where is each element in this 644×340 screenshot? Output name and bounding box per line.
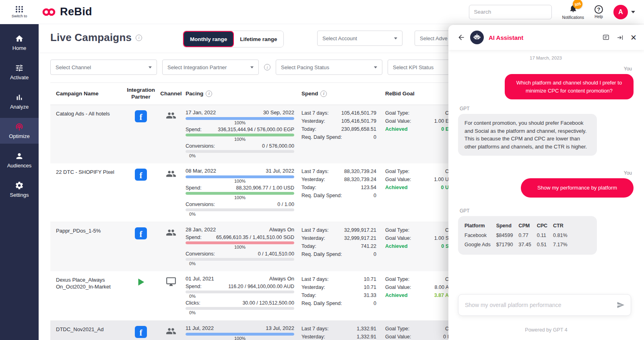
progress-bar — [186, 291, 294, 293]
pacing-cell: 17 Jan, 202230 Sep, 2022 100% Spend:336,… — [186, 109, 301, 159]
integration-info-icon[interactable]: i — [264, 64, 270, 70]
pacing-cell: 08 Mar, 202231 Jul, 2022 100% Spend:88,3… — [186, 168, 301, 218]
select-account-dropdown[interactable]: Select Account — [317, 31, 402, 46]
goal-status: Achieved — [385, 292, 408, 299]
ai-assistant-header: AI Assistant ✕ — [448, 25, 644, 50]
pacing-cell: 01 Jul, 2021Always On Spend:116.20 / 964… — [186, 276, 301, 316]
account-menu[interactable]: A — [613, 5, 635, 19]
col-spend: Spend — [301, 91, 318, 97]
col-rebid-goal: ReBid Goal — [385, 91, 450, 97]
social-channel-icon — [166, 110, 176, 121]
select-account-label: Select Account — [322, 35, 357, 41]
spend-cell: Last 7 days:88,320,739.24 Yesterday:88,3… — [301, 168, 385, 200]
pacing-info-icon[interactable]: i — [206, 91, 212, 97]
progress-bar — [186, 192, 294, 195]
social-channel-icon — [166, 326, 176, 336]
home-icon — [15, 34, 24, 43]
progress-bar — [186, 117, 294, 120]
sidebar-item-label: Optimize — [9, 133, 29, 139]
select-channel-dropdown[interactable]: Select Channel — [50, 60, 157, 75]
notifications-label: Notifications — [562, 15, 584, 20]
notifications-button[interactable]: 305 Notifications — [562, 4, 584, 20]
search-input[interactable] — [469, 5, 552, 19]
sidebar-item-optimize[interactable]: Optimize — [0, 118, 39, 144]
chevron-down-icon — [631, 11, 635, 13]
spend-info-icon[interactable]: i — [320, 91, 327, 97]
campaign-name: Dexus Place_Always On_Oct2020_In-Market — [56, 276, 125, 291]
help-icon: ? — [594, 5, 603, 14]
sidebar-item-label: Analyze — [10, 104, 29, 110]
sidebar-item-audiences[interactable]: Audiences — [0, 147, 39, 173]
social-channel-icon — [166, 227, 176, 238]
broadcast-icon — [15, 122, 24, 131]
goal-cell: Goal Type:C Goal Value:1.00 U Achieved0 … — [385, 168, 450, 192]
col-pacing: Pacing — [186, 91, 203, 97]
campaign-name: 22 DTC - SHOPIFY Pixel — [56, 168, 125, 176]
goal-cell: Goal Type:C Goal Value:8.00 A Achieved3.… — [385, 276, 450, 300]
role-label-you: You — [460, 170, 632, 176]
conversations-icon[interactable] — [602, 34, 610, 41]
goal-cell: Goal Type:C Goal Value:1.00 S Achieved0 … — [385, 227, 450, 251]
col-campaign-name: Campaign Name — [56, 91, 125, 97]
table-row: Facebook $84599 0.77 0.11 0.81% — [464, 231, 573, 240]
filter-row: Select Channel Select Integration Partne… — [50, 60, 482, 75]
switch-to-label: Switch to — [12, 14, 27, 18]
collapse-panel-icon[interactable] — [616, 34, 624, 41]
title-info-icon[interactable]: i — [136, 35, 142, 41]
chat-input[interactable] — [458, 294, 631, 316]
powered-by-label: Powered by GPT 4 — [448, 327, 644, 333]
sidebar-item-settings[interactable]: Settings — [0, 177, 39, 202]
facebook-icon: f — [135, 110, 147, 122]
monthly-range-button[interactable]: Monthly range — [183, 31, 234, 47]
sidebar-item-home[interactable]: Home — [0, 30, 39, 56]
spend-cell: Last 7 days:10.71 Yesterday:10.71 Today:… — [301, 276, 385, 308]
send-icon[interactable] — [617, 301, 625, 309]
pacing-cell: 28 Jan, 2022Always On Spend:65,696,610.3… — [186, 227, 301, 267]
google-ads-icon — [135, 276, 147, 288]
campaign-name: Pappr_PDos_1-5% — [56, 227, 125, 235]
select-integration-partner-dropdown[interactable]: Select Integration Partner — [162, 60, 259, 75]
performance-table: Platform Spend CPM CPC CTR Facebook $845… — [464, 221, 573, 249]
lifetime-range-button[interactable]: Lifetime range — [234, 31, 283, 47]
progress-bar — [186, 208, 294, 211]
person-icon — [15, 152, 24, 161]
goal-status: Achieved — [385, 184, 408, 191]
role-label-gpt: GPT — [460, 208, 632, 214]
facebook-icon: f — [135, 326, 147, 338]
goal-status: Achieved — [385, 243, 408, 250]
sidebar-item-analyze[interactable]: Analyze — [0, 89, 39, 114]
chevron-down-icon — [374, 66, 377, 68]
rebid-logo-icon — [41, 7, 57, 17]
back-arrow-icon[interactable] — [457, 33, 465, 41]
switch-to-button[interactable]: Switch to — [0, 6, 39, 18]
facebook-icon: f — [135, 227, 147, 239]
progress-bar — [186, 333, 294, 336]
robot-avatar-icon — [470, 31, 484, 44]
gpt-message: For content promotion, you should prefer… — [458, 114, 597, 156]
display-channel-icon — [166, 276, 176, 287]
chat-input-wrap — [458, 294, 631, 316]
role-label-gpt: GPT — [460, 106, 632, 111]
pacing-cell: 11 Jul, 202213 Jul, 2022 100% Spend:1,44… — [186, 325, 301, 340]
select-pacing-status-dropdown[interactable]: Select Pacing Status — [276, 60, 382, 75]
bar-chart-icon — [15, 93, 24, 102]
role-label-you: You — [460, 66, 632, 72]
spend-cell: Last 7 days:1,332.91 Yesterday:1,332.91 … — [301, 325, 385, 340]
campaign-name: Catalog Ads - All hotels — [56, 109, 125, 117]
ai-assistant-panel: AI Assistant ✕ 17 March, 2023 You Which … — [448, 25, 644, 340]
close-icon[interactable]: ✕ — [630, 34, 637, 41]
goal-cell: Goal Type:C Goal Value:1.00 E Achieved0 … — [385, 109, 450, 134]
goal-status: Achieved — [385, 126, 408, 133]
chat-date: 17 March, 2023 — [458, 56, 634, 60]
sidebar-item-label: Home — [12, 45, 27, 51]
apps-grid-icon — [16, 6, 23, 12]
facebook-icon: f — [135, 169, 147, 181]
sidebar-item-activate[interactable]: Activate — [0, 59, 39, 85]
avatar: A — [613, 5, 628, 19]
select-advertiser-label: Select Adve — [420, 35, 448, 41]
help-button[interactable]: ? Help — [594, 5, 603, 19]
progress-bar — [186, 150, 294, 153]
select-channel-label: Select Channel — [56, 64, 91, 70]
select-integration-label: Select Integration Partner — [167, 64, 227, 70]
progress-bar — [186, 241, 294, 244]
